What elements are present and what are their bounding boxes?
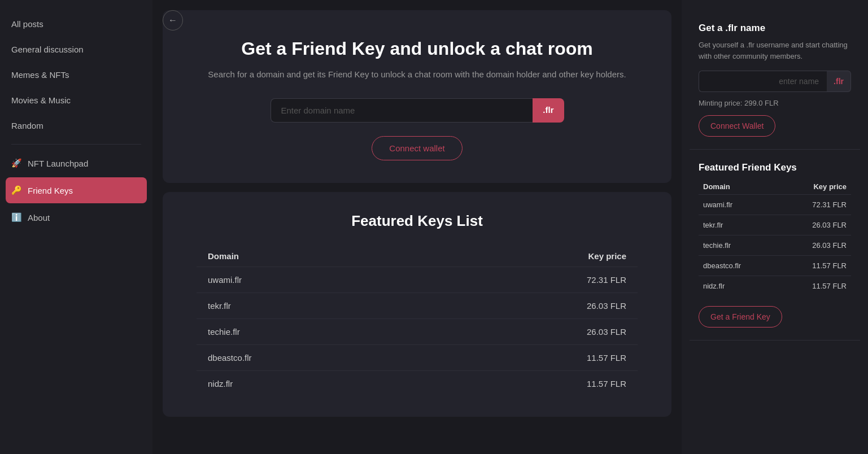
flr-section-title: Get a .flr name (699, 23, 851, 34)
sidebar-item-about[interactable]: ℹ️About (0, 204, 152, 230)
table-row[interactable]: uwami.flr72.31 FLR (197, 267, 638, 293)
table-cell-domain: dbeastco.flr (197, 344, 424, 370)
right-panel: Get a .flr name Get yourself a .flr user… (682, 0, 868, 454)
sidebar-item-all-posts[interactable]: All posts (0, 11, 152, 37)
table-row[interactable]: tekr.flr26.03 FLR (197, 293, 638, 318)
table-cell-price: 26.03 FLR (424, 293, 638, 318)
panel-cell-price: 72.31 FLR (778, 195, 851, 215)
panel-connect-wallet-button[interactable]: Connect Wallet (699, 115, 775, 137)
table-col-domain: Domain (197, 246, 424, 267)
table-col-price: Key price (424, 246, 638, 267)
panel-cell-domain: techie.flr (699, 235, 778, 256)
table-cell-domain: tekr.flr (197, 293, 424, 318)
panel-cell-domain: nidz.flr (699, 276, 778, 296)
sidebar-item-memes-nfts[interactable]: Memes & NFTs (0, 62, 152, 88)
sidebar-label-nft-launchpad: NFT Launchpad (28, 159, 88, 168)
flr-section-desc: Get yourself a .flr username and start c… (699, 40, 851, 62)
sidebar-item-friend-keys[interactable]: 🔑Friend Keys (6, 177, 147, 203)
panel-table-row[interactable]: dbeastco.flr11.57 FLR (699, 256, 851, 276)
hero-title: Get a Friend Key and unlock a chat room (241, 38, 592, 59)
sidebar-label-friend-keys: Friend Keys (28, 186, 73, 195)
nft-launchpad-icon: 🚀 (11, 158, 22, 168)
panel-table-row[interactable]: techie.flr26.03 FLR (699, 235, 851, 256)
panel-cell-price: 11.57 FLR (778, 276, 851, 296)
table-cell-domain: techie.flr (197, 318, 424, 344)
panel-col-domain: Domain (699, 179, 778, 195)
flr-suffix-badge: .flr (827, 71, 851, 92)
main-content: ← Get a Friend Key and unlock a chat roo… (152, 0, 682, 454)
domain-search-input[interactable] (271, 98, 533, 123)
sidebar-item-movies-music[interactable]: Movies & Music (0, 88, 152, 113)
sidebar: All postsGeneral discussionMemes & NFTsM… (0, 0, 152, 454)
panel-cell-domain: uwami.flr (699, 195, 778, 215)
hero-card: ← Get a Friend Key and unlock a chat roo… (163, 10, 671, 183)
panel-cell-price: 26.03 FLR (778, 215, 851, 235)
flr-badge: .flr (533, 98, 564, 123)
panel-featured-table: Domain Key price uwami.flr72.31 FLRtekr.… (699, 179, 851, 296)
sidebar-item-random[interactable]: Random (0, 113, 152, 138)
minting-price: Minting price: 299.0 FLR (699, 99, 851, 107)
featured-friend-keys-section: Featured Friend Keys Domain Key price uw… (690, 150, 860, 340)
table-cell-price: 11.57 FLR (424, 344, 638, 370)
panel-table-row[interactable]: uwami.flr72.31 FLR (699, 195, 851, 215)
table-row[interactable]: nidz.flr11.57 FLR (197, 370, 638, 396)
table-row[interactable]: techie.flr26.03 FLR (197, 318, 638, 344)
sidebar-divider (11, 144, 141, 145)
sidebar-item-general-discussion[interactable]: General discussion (0, 37, 152, 62)
hero-subtitle: Search for a domain and get its Friend K… (208, 68, 626, 81)
table-cell-price: 72.31 FLR (424, 267, 638, 293)
search-row: .flr (271, 98, 564, 123)
table-cell-domain: uwami.flr (197, 267, 424, 293)
panel-cell-price: 11.57 FLR (778, 256, 851, 276)
table-cell-price: 11.57 FLR (424, 370, 638, 396)
panel-table-row[interactable]: nidz.flr11.57 FLR (699, 276, 851, 296)
flr-name-section: Get a .flr name Get yourself a .flr user… (690, 10, 860, 150)
get-friend-key-button[interactable]: Get a Friend Key (699, 306, 782, 328)
panel-col-price: Key price (778, 179, 851, 195)
table-cell-domain: nidz.flr (197, 370, 424, 396)
panel-cell-domain: dbeastco.flr (699, 256, 778, 276)
back-button[interactable]: ← (163, 10, 183, 30)
friend-keys-icon: 🔑 (11, 185, 22, 195)
panel-table-row[interactable]: tekr.flr26.03 FLR (699, 215, 851, 235)
panel-cell-domain: tekr.flr (699, 215, 778, 235)
table-cell-price: 26.03 FLR (424, 318, 638, 344)
flr-input-row: .flr (699, 71, 851, 92)
panel-cell-price: 26.03 FLR (778, 235, 851, 256)
featured-keys-card: Featured Keys List Domain Key price uwam… (163, 192, 671, 417)
table-row[interactable]: dbeastco.flr11.57 FLR (197, 344, 638, 370)
about-icon: ℹ️ (11, 212, 22, 222)
sidebar-item-nft-launchpad[interactable]: 🚀NFT Launchpad (0, 150, 152, 176)
featured-keys-title: Featured Keys List (197, 212, 638, 230)
featured-friend-keys-title: Featured Friend Keys (699, 162, 851, 173)
flr-name-input[interactable] (699, 71, 827, 92)
connect-wallet-button[interactable]: Connect wallet (372, 136, 462, 160)
sidebar-label-about: About (28, 213, 50, 222)
featured-keys-table: Domain Key price uwami.flr72.31 FLRtekr.… (197, 246, 638, 396)
